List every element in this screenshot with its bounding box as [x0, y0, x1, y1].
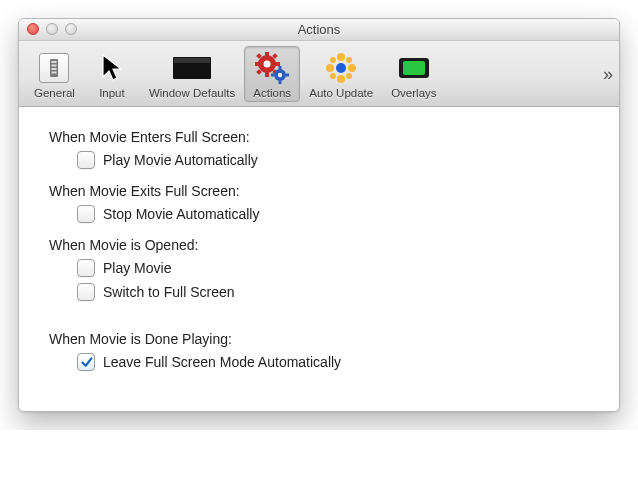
svg-point-29: [346, 57, 352, 63]
svg-point-24: [337, 53, 345, 61]
svg-rect-8: [265, 52, 269, 56]
checkbox[interactable]: [77, 205, 95, 223]
zoom-button[interactable]: [65, 23, 77, 35]
tab-input[interactable]: Input: [84, 46, 140, 102]
svg-point-27: [348, 64, 356, 72]
svg-point-16: [264, 60, 271, 67]
option-label: Play Movie Automatically: [103, 152, 258, 168]
heading-exit-fullscreen: When Movie Exits Full Screen:: [49, 183, 589, 199]
option-leave-fullscreen-auto[interactable]: Leave Full Screen Mode Automatically: [77, 353, 589, 371]
tab-actions[interactable]: Actions: [244, 46, 300, 102]
content-pane: When Movie Enters Full Screen: Play Movi…: [19, 107, 619, 411]
tab-label: Input: [99, 87, 125, 99]
svg-point-28: [330, 57, 336, 63]
overlay-icon: [396, 51, 432, 85]
sparkle-icon: [324, 51, 358, 85]
overflow-button[interactable]: »: [603, 63, 611, 84]
option-label: Leave Full Screen Mode Automatically: [103, 354, 341, 370]
traffic-lights: [27, 23, 77, 35]
checkbox[interactable]: [77, 283, 95, 301]
checkbox[interactable]: [77, 353, 95, 371]
svg-point-25: [337, 75, 345, 83]
svg-rect-1: [52, 61, 57, 63]
svg-rect-21: [286, 73, 290, 76]
svg-rect-11: [275, 62, 280, 66]
heading-movie-opened: When Movie is Opened:: [49, 237, 589, 253]
tab-label: Actions: [253, 87, 291, 99]
tab-label: Auto Update: [309, 87, 373, 99]
svg-point-23: [336, 63, 346, 73]
svg-rect-10: [255, 62, 259, 66]
tab-label: General: [34, 87, 75, 99]
svg-rect-2: [52, 64, 57, 66]
tab-auto-update[interactable]: Auto Update: [300, 46, 382, 102]
screen-icon: [171, 51, 213, 85]
option-play-movie[interactable]: Play Movie: [77, 259, 589, 277]
svg-rect-20: [271, 73, 275, 76]
close-button[interactable]: [27, 23, 39, 35]
film-icon: [39, 51, 69, 85]
tab-window-defaults[interactable]: Window Defaults: [140, 46, 244, 102]
tab-general[interactable]: General: [25, 46, 84, 102]
toolbar: General Input Window Defaults: [19, 41, 619, 107]
option-play-movie-automatically[interactable]: Play Movie Automatically: [77, 151, 589, 169]
svg-rect-19: [279, 80, 282, 84]
svg-rect-6: [174, 58, 210, 63]
checkbox[interactable]: [77, 259, 95, 277]
cursor-icon: [99, 51, 125, 85]
svg-point-31: [346, 73, 352, 79]
tab-label: Window Defaults: [149, 87, 235, 99]
svg-rect-33: [403, 61, 425, 75]
heading-done-playing: When Movie is Done Playing:: [49, 331, 589, 347]
heading-enter-fullscreen: When Movie Enters Full Screen:: [49, 129, 589, 145]
titlebar: Actions: [19, 19, 619, 41]
svg-point-30: [330, 73, 336, 79]
option-label: Switch to Full Screen: [103, 284, 235, 300]
svg-point-26: [326, 64, 334, 72]
option-switch-to-fullscreen[interactable]: Switch to Full Screen: [77, 283, 589, 301]
option-label: Play Movie: [103, 260, 171, 276]
window-title: Actions: [298, 22, 341, 37]
option-label: Stop Movie Automatically: [103, 206, 259, 222]
svg-rect-3: [52, 68, 57, 70]
svg-point-22: [278, 72, 282, 76]
gears-icon: [255, 51, 289, 85]
svg-rect-9: [265, 72, 269, 77]
tab-label: Overlays: [391, 87, 436, 99]
preferences-window: Actions General: [18, 18, 620, 412]
minimize-button[interactable]: [46, 23, 58, 35]
option-stop-movie-automatically[interactable]: Stop Movie Automatically: [77, 205, 589, 223]
svg-rect-4: [52, 71, 57, 73]
tab-overlays[interactable]: Overlays: [382, 46, 445, 102]
checkbox[interactable]: [77, 151, 95, 169]
svg-rect-18: [279, 66, 282, 70]
